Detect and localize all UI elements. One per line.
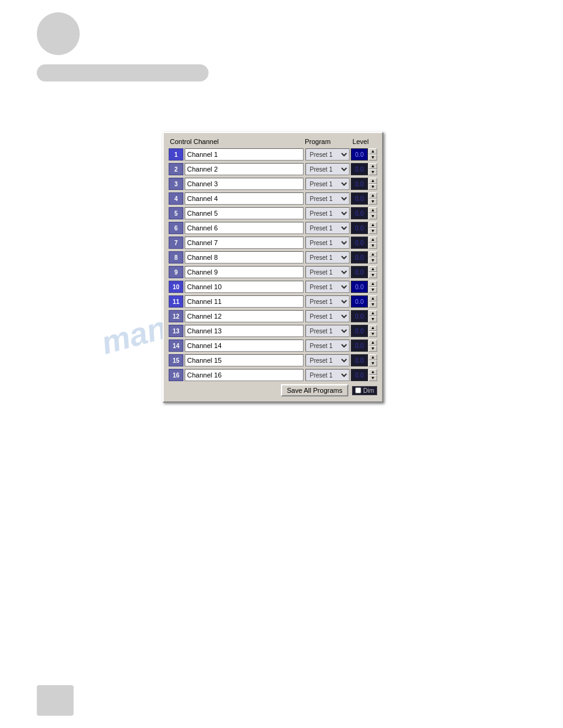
channel-num-btn-2[interactable]: 2 bbox=[169, 163, 183, 175]
preset-select-4[interactable]: Preset 1Preset 2Preset 3Preset 4 bbox=[305, 192, 350, 205]
channel-name-input-8[interactable] bbox=[185, 251, 304, 264]
channel-num-btn-3[interactable]: 3 bbox=[169, 178, 183, 190]
level-display-5: 0.0 bbox=[351, 207, 368, 219]
level-spin-down-1[interactable]: ▼ bbox=[369, 154, 377, 161]
level-spin-down-8[interactable]: ▼ bbox=[369, 257, 377, 264]
level-spin-down-2[interactable]: ▼ bbox=[369, 169, 377, 175]
level-display-14: 0.0 bbox=[351, 339, 368, 352]
level-spin-up-4[interactable]: ▲ bbox=[369, 192, 377, 199]
channel-name-input-16[interactable] bbox=[185, 369, 304, 381]
level-spin-up-14[interactable]: ▲ bbox=[369, 339, 377, 346]
level-spin-down-14[interactable]: ▼ bbox=[369, 346, 377, 352]
level-spin-up-10[interactable]: ▲ bbox=[369, 281, 377, 287]
level-spin-up-12[interactable]: ▲ bbox=[369, 310, 377, 316]
channel-name-input-4[interactable] bbox=[185, 192, 304, 205]
channel-num-btn-15[interactable]: 15 bbox=[169, 354, 183, 366]
level-spin-up-9[interactable]: ▲ bbox=[369, 266, 377, 272]
level-spin-up-6[interactable]: ▲ bbox=[369, 222, 377, 228]
table-row: 1Preset 1Preset 2Preset 3Preset 40.0▲▼ bbox=[169, 148, 377, 161]
level-spinner-1: ▲▼ bbox=[369, 148, 377, 161]
preset-select-11[interactable]: Preset 1Preset 2Preset 3Preset 4 bbox=[305, 295, 350, 308]
channel-num-btn-13[interactable]: 13 bbox=[169, 325, 183, 337]
preset-select-10[interactable]: Preset 1Preset 2Preset 3Preset 4 bbox=[305, 281, 350, 293]
level-spin-down-16[interactable]: ▼ bbox=[369, 375, 377, 381]
preset-select-5[interactable]: Preset 1Preset 2Preset 3Preset 4 bbox=[305, 207, 350, 219]
preset-select-2[interactable]: Preset 1Preset 2Preset 3Preset 4 bbox=[305, 163, 350, 175]
preset-select-6[interactable]: Preset 1Preset 2Preset 3Preset 4 bbox=[305, 222, 350, 234]
level-spinner-13: ▲▼ bbox=[369, 325, 377, 337]
level-spin-up-3[interactable]: ▲ bbox=[369, 178, 377, 184]
preset-select-1[interactable]: Preset 1Preset 2Preset 3Preset 4 bbox=[305, 148, 350, 161]
level-spin-up-8[interactable]: ▲ bbox=[369, 251, 377, 257]
channel-name-input-2[interactable] bbox=[185, 163, 304, 175]
channel-name-input-6[interactable] bbox=[185, 222, 304, 234]
table-row: 5Preset 1Preset 2Preset 3Preset 40.0▲▼ bbox=[169, 207, 377, 220]
preset-select-13[interactable]: Preset 1Preset 2Preset 3Preset 4 bbox=[305, 325, 350, 337]
level-spin-up-16[interactable]: ▲ bbox=[369, 369, 377, 375]
level-display-4: 0.0 bbox=[351, 192, 368, 205]
level-display-7: 0.0 bbox=[351, 237, 368, 249]
level-spin-down-12[interactable]: ▼ bbox=[369, 316, 377, 322]
preset-select-3[interactable]: Preset 1Preset 2Preset 3Preset 4 bbox=[305, 178, 350, 190]
channel-num-btn-14[interactable]: 14 bbox=[169, 339, 183, 352]
level-spin-down-9[interactable]: ▼ bbox=[369, 272, 377, 278]
channel-name-input-12[interactable] bbox=[185, 310, 304, 322]
level-spin-up-2[interactable]: ▲ bbox=[369, 163, 377, 169]
level-spin-down-10[interactable]: ▼ bbox=[369, 287, 377, 293]
channel-name-input-3[interactable] bbox=[185, 178, 304, 190]
level-spin-up-7[interactable]: ▲ bbox=[369, 237, 377, 243]
preset-select-8[interactable]: Preset 1Preset 2Preset 3Preset 4 bbox=[305, 251, 350, 264]
channel-num-btn-7[interactable]: 7 bbox=[169, 237, 183, 249]
channel-num-btn-9[interactable]: 9 bbox=[169, 266, 183, 278]
level-spin-down-4[interactable]: ▼ bbox=[369, 199, 377, 205]
channel-name-input-15[interactable] bbox=[185, 354, 304, 366]
level-spin-up-5[interactable]: ▲ bbox=[369, 207, 377, 213]
channel-name-input-5[interactable] bbox=[185, 207, 304, 219]
table-row: 3Preset 1Preset 2Preset 3Preset 40.0▲▼ bbox=[169, 177, 377, 191]
level-spin-down-11[interactable]: ▼ bbox=[369, 301, 377, 308]
channel-num-btn-12[interactable]: 12 bbox=[169, 310, 183, 322]
channel-name-input-14[interactable] bbox=[185, 339, 304, 352]
decorative-circle bbox=[37, 12, 80, 55]
level-spinner-12: ▲▼ bbox=[369, 310, 377, 322]
level-spin-down-3[interactable]: ▼ bbox=[369, 184, 377, 190]
channel-name-input-7[interactable] bbox=[185, 237, 304, 249]
dim-checkbox[interactable] bbox=[355, 387, 361, 393]
channel-num-btn-6[interactable]: 6 bbox=[169, 222, 183, 234]
channel-num-btn-8[interactable]: 8 bbox=[169, 251, 183, 264]
level-spin-down-7[interactable]: ▼ bbox=[369, 243, 377, 249]
table-row: 2Preset 1Preset 2Preset 3Preset 40.0▲▼ bbox=[169, 162, 377, 176]
channel-num-btn-10[interactable]: 10 bbox=[169, 281, 183, 293]
channel-name-input-9[interactable] bbox=[185, 266, 304, 278]
level-spin-up-11[interactable]: ▲ bbox=[369, 295, 377, 301]
level-spin-up-13[interactable]: ▲ bbox=[369, 325, 377, 331]
level-display-1: 0.0 bbox=[351, 148, 368, 161]
channel-num-btn-16[interactable]: 16 bbox=[169, 369, 183, 381]
channel-name-input-13[interactable] bbox=[185, 325, 304, 337]
channel-num-btn-4[interactable]: 4 bbox=[169, 192, 183, 205]
channel-num-btn-1[interactable]: 1 bbox=[169, 148, 183, 161]
level-spin-down-5[interactable]: ▼ bbox=[369, 213, 377, 219]
preset-select-7[interactable]: Preset 1Preset 2Preset 3Preset 4 bbox=[305, 237, 350, 249]
preset-select-9[interactable]: Preset 1Preset 2Preset 3Preset 4 bbox=[305, 266, 350, 278]
channel-num-btn-5[interactable]: 5 bbox=[169, 207, 183, 219]
level-display-15: 0.0 bbox=[351, 354, 368, 366]
preset-select-12[interactable]: Preset 1Preset 2Preset 3Preset 4 bbox=[305, 310, 350, 322]
preset-select-16[interactable]: Preset 1Preset 2Preset 3Preset 4 bbox=[305, 369, 350, 381]
level-display-12: 0.0 bbox=[351, 310, 368, 322]
level-spin-up-15[interactable]: ▲ bbox=[369, 354, 377, 360]
save-all-programs-button[interactable]: Save All Programs bbox=[281, 384, 348, 396]
channel-name-input-11[interactable] bbox=[185, 295, 304, 308]
level-spin-down-15[interactable]: ▼ bbox=[369, 360, 377, 366]
preset-select-15[interactable]: Preset 1Preset 2Preset 3Preset 4 bbox=[305, 354, 350, 366]
level-spinner-3: ▲▼ bbox=[369, 178, 377, 190]
level-spin-down-6[interactable]: ▼ bbox=[369, 228, 377, 234]
preset-select-14[interactable]: Preset 1Preset 2Preset 3Preset 4 bbox=[305, 339, 350, 352]
channel-name-input-10[interactable] bbox=[185, 281, 304, 293]
panel-footer: Save All Programs Dim bbox=[169, 384, 377, 396]
channel-name-input-1[interactable] bbox=[185, 148, 304, 161]
level-spin-up-1[interactable]: ▲ bbox=[369, 148, 377, 154]
channel-num-btn-11[interactable]: 11 bbox=[169, 295, 183, 308]
level-spinner-5: ▲▼ bbox=[369, 207, 377, 219]
level-spin-down-13[interactable]: ▼ bbox=[369, 331, 377, 337]
